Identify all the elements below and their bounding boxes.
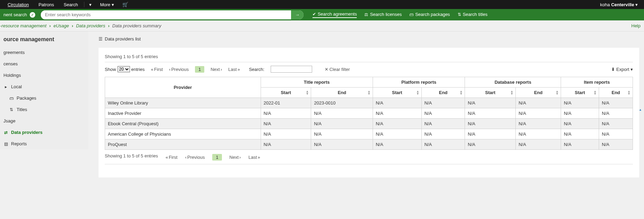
divider (105, 164, 633, 164)
breadcrumb-data-providers[interactable]: Data providers (76, 23, 105, 28)
col-title-start[interactable]: Start▲▼ (261, 88, 311, 98)
sidebar-item-local[interactable]: ▸ Local (0, 81, 88, 92)
clear-filter-button[interactable]: ✕ Clear filter (325, 67, 350, 72)
table-cell: ProQuest (105, 139, 261, 150)
data-providers-table: Provider ▲ Title reports Platform report… (105, 77, 633, 150)
search-bar-label: nent search ✓ (0, 9, 39, 20)
nav-circulation[interactable]: Circulation (3, 1, 34, 9)
table-toolbar-top: Show 20 entries « First ‹ Previous 1 Nex… (105, 66, 633, 73)
search-bar: nent search ✓ → ✔ Search agreements ⚖ Se… (0, 9, 644, 20)
double-chevron-left-icon: « (166, 155, 168, 160)
col-platform-end[interactable]: End▲▼ (421, 88, 465, 98)
col-item-start[interactable]: Start▲▼ (561, 88, 599, 98)
sort-icon: ⇅ (9, 107, 14, 112)
table-cell: N/A (311, 139, 373, 150)
col-database-end[interactable]: End▲▼ (516, 88, 561, 98)
search-titles-link[interactable]: ⇅ Search titles (458, 12, 488, 18)
col-title-end[interactable]: End▲▼ (311, 88, 373, 98)
table-cell: N/A (261, 139, 311, 150)
top-nav: Circulation Patrons Search ▾ More ▾ 🛒 ko… (0, 0, 644, 9)
sidebar-item-titles[interactable]: ⇅ Titles (0, 104, 88, 115)
table-cell: N/A (261, 108, 311, 119)
table-cell: N/A (261, 129, 311, 139)
table-cell: American College of Physicians (105, 129, 261, 139)
table-cell: N/A (421, 108, 465, 119)
double-chevron-right-icon: » (237, 67, 240, 72)
arrow-right-icon: → (295, 12, 299, 17)
current-page-number[interactable]: 1 (195, 66, 204, 73)
sort-asc-icon: ▲ (639, 108, 642, 111)
sidebar-item-agreements[interactable]: greements (0, 47, 88, 58)
sidebar-item-reports[interactable]: ▤ Reports (0, 138, 88, 149)
breadcrumb-eusage[interactable]: eUsage (54, 23, 69, 28)
table-cell: N/A (561, 108, 599, 119)
search-input-wrap: → (41, 10, 304, 19)
col-item-end[interactable]: End▲▼ (599, 88, 633, 98)
table-cell: N/A (599, 108, 633, 119)
search-licenses-link[interactable]: ⚖ Search licenses (364, 12, 402, 18)
table-cell: N/A (465, 129, 516, 139)
help-link[interactable]: Help (631, 23, 641, 28)
exchange-icon: ⇄ (3, 130, 8, 135)
last-page-button[interactable]: Last » (228, 67, 240, 72)
search-input[interactable] (41, 10, 291, 19)
search-submit-button[interactable]: → (291, 10, 304, 19)
list-icon: ☰ (99, 36, 103, 42)
search-packages-link[interactable]: 🗃 Search packages (409, 12, 450, 18)
table-cell: N/A (561, 98, 599, 108)
sidebar-item-licenses[interactable]: censes (0, 58, 88, 70)
col-database-start[interactable]: Start▲▼ (465, 88, 516, 98)
table-cell: N/A (516, 129, 561, 139)
chevron-right-icon: ▸ (3, 84, 8, 89)
breadcrumb: -resource management › eUsage › Data pro… (0, 20, 644, 31)
table-cell: N/A (373, 129, 421, 139)
last-page-button-bottom[interactable]: Last » (249, 155, 260, 160)
previous-page-button-bottom[interactable]: ‹ Previous (185, 155, 205, 160)
search-agreements-link[interactable]: ✔ Search agreements (312, 11, 357, 18)
table-cell: N/A (561, 139, 599, 150)
showing-text-top: Showing 1 to 5 of 5 entries (105, 54, 633, 59)
nav-caret-dropdown[interactable]: ▾ (86, 1, 95, 9)
next-page-button[interactable]: Next › (211, 67, 222, 72)
table-cell: N/A (465, 98, 516, 108)
sidebar-item-holdings[interactable]: Holdings (0, 70, 88, 81)
chart-icon: ▤ (3, 142, 8, 146)
col-provider[interactable]: Provider ▲ (105, 77, 261, 98)
current-page-number-bottom[interactable]: 1 (212, 154, 222, 161)
table-cell: N/A (421, 98, 465, 108)
download-icon: ⬇ (611, 67, 615, 72)
table-cell: N/A (561, 129, 599, 139)
nav-search[interactable]: Search (59, 1, 83, 9)
table-cell: N/A (421, 129, 465, 139)
page-size-select[interactable]: 20 (118, 66, 130, 72)
check-circle-icon: ✓ (30, 12, 35, 18)
sidebar-item-data-providers[interactable]: ⇄ Data providers (0, 127, 88, 138)
cart-icon[interactable]: 🛒 (119, 0, 132, 9)
table-cell: Wiley Online Library (105, 98, 261, 108)
nav-library-switcher[interactable]: koha Centerville ▾ (597, 1, 641, 9)
group-database-reports: Database reports (465, 77, 561, 88)
sidebar-header: ource management (0, 31, 88, 47)
col-platform-start[interactable]: Start▲▼ (373, 88, 421, 98)
table-cell: N/A (561, 119, 599, 129)
table-cell: N/A (599, 98, 633, 108)
showing-text-bottom: Showing 1 to 5 of 5 entries (105, 153, 158, 158)
first-page-button-bottom[interactable]: « First (166, 155, 178, 160)
next-page-button-bottom[interactable]: Next › (230, 155, 241, 160)
content: ☰ Data providers list Showing 1 to 5 of … (88, 31, 644, 182)
main: ource management greements censes Holdin… (0, 31, 644, 182)
sidebar-item-packages[interactable]: 🗃 Packages (0, 92, 88, 104)
breadcrumb-resource-mgmt[interactable]: -resource management (0, 23, 46, 28)
export-button[interactable]: ⬇ Export ▾ (611, 67, 633, 72)
archive-icon: 🗃 (9, 96, 14, 101)
sidebar: ource management greements censes Holdin… (0, 31, 88, 149)
table-cell: Inactive Provider (105, 108, 261, 119)
table-search-input[interactable] (271, 66, 312, 73)
first-page-button[interactable]: « First (151, 67, 163, 72)
previous-page-button[interactable]: ‹ Previous (169, 67, 189, 72)
nav-more[interactable]: More ▾ (95, 1, 119, 9)
nav-patrons[interactable]: Patrons (34, 1, 59, 9)
double-chevron-right-icon: » (258, 155, 260, 160)
data-providers-list-link[interactable]: ☰ Data providers list (99, 36, 141, 42)
check-icon: ✔ (312, 12, 316, 17)
